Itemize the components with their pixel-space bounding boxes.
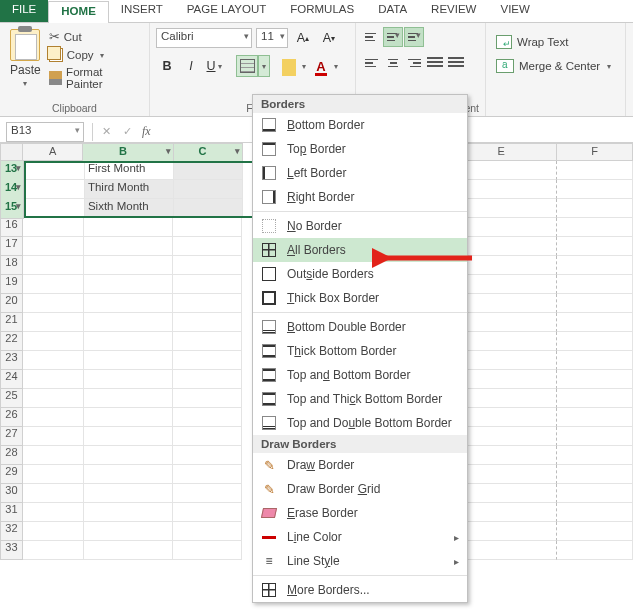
- underline-button[interactable]: U▾: [204, 55, 226, 77]
- cell[interactable]: [23, 484, 84, 503]
- cell[interactable]: [557, 408, 633, 427]
- cell[interactable]: [84, 370, 173, 389]
- cell[interactable]: [557, 294, 633, 313]
- row-header[interactable]: 28: [0, 446, 23, 465]
- col-header-f[interactable]: F: [557, 143, 633, 161]
- cell[interactable]: [84, 522, 173, 541]
- font-size-select[interactable]: 11: [256, 28, 288, 48]
- cell[interactable]: [557, 522, 633, 541]
- select-all-triangle[interactable]: [0, 143, 23, 161]
- tab-insert[interactable]: INSERT: [109, 0, 175, 22]
- row-header[interactable]: 26: [0, 408, 23, 427]
- italic-button[interactable]: I: [180, 55, 202, 77]
- bottom-double-border-item[interactable]: Bottom Double Border: [253, 315, 467, 339]
- font-name-select[interactable]: Calibri: [156, 28, 252, 48]
- row-header[interactable]: 19: [0, 275, 23, 294]
- cell[interactable]: [173, 370, 242, 389]
- cell[interactable]: [557, 218, 633, 237]
- cell[interactable]: [84, 294, 173, 313]
- cell[interactable]: [173, 427, 242, 446]
- outside-borders-item[interactable]: Outside Borders: [253, 262, 467, 286]
- cell[interactable]: [173, 389, 242, 408]
- more-borders-item[interactable]: More Borders...: [253, 578, 467, 602]
- cell[interactable]: [23, 408, 84, 427]
- cell[interactable]: [173, 332, 242, 351]
- cell[interactable]: [84, 313, 173, 332]
- cell[interactable]: [23, 351, 84, 370]
- thick-box-border-item[interactable]: Thick Box Border: [253, 286, 467, 310]
- borders-dropdown[interactable]: ▾: [258, 55, 270, 77]
- cell[interactable]: [173, 484, 242, 503]
- cell[interactable]: [173, 408, 242, 427]
- increase-indent-button[interactable]: [446, 53, 466, 73]
- left-border-item[interactable]: Left Border: [253, 161, 467, 185]
- cell[interactable]: [557, 503, 633, 522]
- cell[interactable]: [23, 256, 84, 275]
- cell[interactable]: [84, 389, 173, 408]
- cell[interactable]: [173, 522, 242, 541]
- row-header[interactable]: 24: [0, 370, 23, 389]
- decrease-font-icon[interactable]: A▾: [318, 27, 340, 49]
- cell[interactable]: [23, 332, 84, 351]
- cell[interactable]: Sixth Month: [85, 199, 174, 218]
- erase-border-item[interactable]: Erase Border: [253, 501, 467, 525]
- cell[interactable]: [23, 522, 84, 541]
- cell[interactable]: [173, 351, 242, 370]
- align-right-button[interactable]: [404, 53, 424, 73]
- cell[interactable]: [557, 275, 633, 294]
- cell[interactable]: [84, 351, 173, 370]
- chevron-down-icon[interactable]: ▾: [300, 62, 308, 71]
- align-center-button[interactable]: [383, 53, 403, 73]
- row-header[interactable]: 23: [0, 351, 23, 370]
- row-header[interactable]: 30: [0, 484, 23, 503]
- tab-page-layout[interactable]: PAGE LAYOUT: [175, 0, 278, 22]
- cell[interactable]: [23, 503, 84, 522]
- cell[interactable]: [557, 237, 633, 256]
- col-header-a[interactable]: A: [23, 143, 84, 161]
- cell[interactable]: [23, 218, 84, 237]
- align-left-button[interactable]: [362, 53, 382, 73]
- chevron-down-icon[interactable]: ▾: [332, 62, 340, 71]
- cancel-formula-icon[interactable]: ✕: [97, 125, 115, 138]
- cell[interactable]: [84, 275, 173, 294]
- cell[interactable]: [173, 237, 242, 256]
- chevron-down-icon[interactable]: ▾: [98, 51, 106, 60]
- name-box[interactable]: B13: [6, 122, 84, 142]
- cell[interactable]: [557, 161, 633, 180]
- cell[interactable]: [174, 180, 242, 199]
- cell[interactable]: [173, 465, 242, 484]
- cell[interactable]: [557, 332, 633, 351]
- format-painter-button[interactable]: Format Painter: [49, 66, 139, 90]
- cell[interactable]: [557, 199, 633, 218]
- cell[interactable]: [173, 275, 242, 294]
- cell[interactable]: [84, 256, 173, 275]
- no-border-item[interactable]: No Border: [253, 214, 467, 238]
- top-and-bottom-border-item[interactable]: Top and Bottom Border: [253, 363, 467, 387]
- cell[interactable]: [557, 313, 633, 332]
- col-header-b[interactable]: B: [83, 143, 173, 163]
- row-header[interactable]: 17: [0, 237, 23, 256]
- bold-button[interactable]: B: [156, 55, 178, 77]
- bottom-border-item[interactable]: Bottom Border: [253, 113, 467, 137]
- cell[interactable]: [173, 294, 242, 313]
- cell[interactable]: [557, 389, 633, 408]
- cell[interactable]: [84, 484, 173, 503]
- draw-border-item[interactable]: ✎Draw Border: [253, 453, 467, 477]
- cell[interactable]: First Month: [85, 161, 174, 180]
- cell[interactable]: [557, 427, 633, 446]
- top-and-thick-bottom-border-item[interactable]: Top and Thick Bottom Border: [253, 387, 467, 411]
- cell[interactable]: [174, 161, 242, 180]
- cell[interactable]: [23, 389, 84, 408]
- tab-formulas[interactable]: FORMULAS: [278, 0, 366, 22]
- cell[interactable]: Third Month: [85, 180, 174, 199]
- cell[interactable]: [23, 275, 84, 294]
- copy-button[interactable]: Copy▾: [49, 48, 139, 62]
- cell[interactable]: [557, 351, 633, 370]
- cell[interactable]: [84, 408, 173, 427]
- row-header[interactable]: 18: [0, 256, 23, 275]
- tab-data[interactable]: DATA: [366, 0, 419, 22]
- cell[interactable]: [84, 332, 173, 351]
- cell[interactable]: [173, 503, 242, 522]
- cell[interactable]: [84, 465, 173, 484]
- row-header[interactable]: 20: [0, 294, 23, 313]
